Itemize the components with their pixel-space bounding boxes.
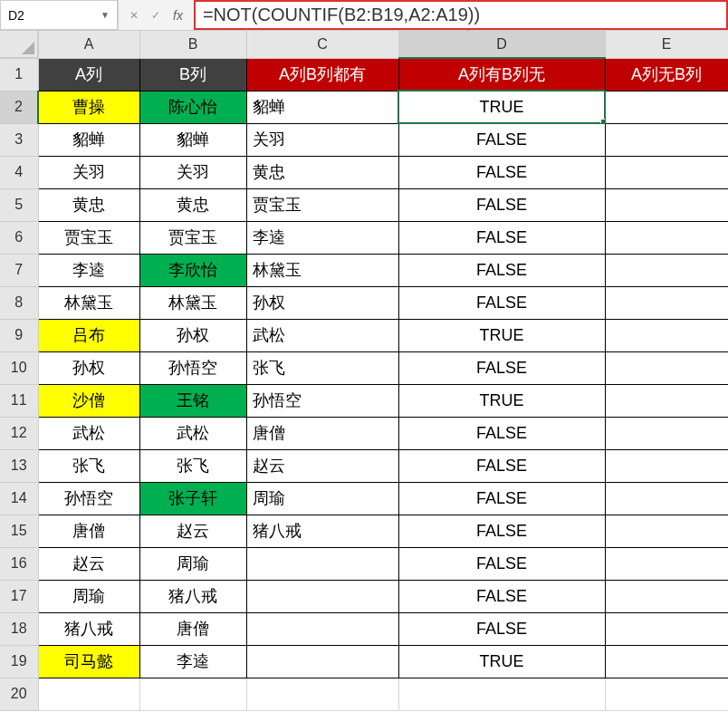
cell-D12[interactable]: FALSE bbox=[398, 417, 605, 449]
cell-C20[interactable] bbox=[246, 678, 398, 710]
cell-C16[interactable] bbox=[246, 547, 398, 580]
cell-D11[interactable]: TRUE bbox=[398, 384, 605, 417]
cell-B4[interactable]: 关羽 bbox=[139, 156, 246, 188]
cell-A8[interactable]: 林黛玉 bbox=[38, 286, 139, 319]
cell-C15[interactable]: 猪八戒 bbox=[246, 515, 398, 547]
cell-D6[interactable]: FALSE bbox=[398, 221, 605, 254]
row-header[interactable]: 5 bbox=[0, 188, 38, 221]
cell-E19[interactable] bbox=[605, 645, 728, 678]
cell-C1[interactable]: A列B列都有 bbox=[246, 58, 398, 91]
cell-A15[interactable]: 唐僧 bbox=[38, 515, 139, 547]
cell-A18[interactable]: 猪八戒 bbox=[38, 612, 139, 645]
cell-B17[interactable]: 猪八戒 bbox=[139, 580, 246, 612]
cell-C4[interactable]: 黄忠 bbox=[246, 156, 398, 188]
cell-E16[interactable] bbox=[605, 547, 728, 580]
cell-E15[interactable] bbox=[605, 515, 728, 547]
cell-B12[interactable]: 武松 bbox=[139, 417, 246, 449]
cell-A9[interactable]: 吕布 bbox=[38, 319, 139, 351]
cell-E9[interactable] bbox=[605, 319, 728, 351]
cell-B15[interactable]: 赵云 bbox=[139, 515, 246, 547]
cell-A17[interactable]: 周瑜 bbox=[38, 580, 139, 612]
enter-icon[interactable]: ✓ bbox=[151, 9, 160, 22]
select-all-corner[interactable] bbox=[0, 31, 38, 58]
row-header[interactable]: 16 bbox=[0, 547, 38, 580]
cell-A3[interactable]: 貂蝉 bbox=[38, 123, 139, 156]
cell-B20[interactable] bbox=[139, 678, 246, 710]
name-box[interactable]: D2 ▼ bbox=[0, 0, 118, 30]
cell-D7[interactable]: FALSE bbox=[398, 254, 605, 286]
cell-D10[interactable]: FALSE bbox=[398, 351, 605, 384]
row-header[interactable]: 9 bbox=[0, 319, 38, 351]
cell-E7[interactable] bbox=[605, 254, 728, 286]
cell-E17[interactable] bbox=[605, 580, 728, 612]
col-header-C[interactable]: C bbox=[246, 31, 398, 58]
cell-C13[interactable]: 赵云 bbox=[246, 449, 398, 482]
cell-E20[interactable] bbox=[605, 678, 728, 710]
cell-D19[interactable]: TRUE bbox=[398, 645, 605, 678]
row-header[interactable]: 4 bbox=[0, 156, 38, 188]
col-header-E[interactable]: E bbox=[605, 31, 728, 58]
row-header[interactable]: 15 bbox=[0, 515, 38, 547]
cell-E5[interactable] bbox=[605, 188, 728, 221]
row-header[interactable]: 12 bbox=[0, 417, 38, 449]
cell-B10[interactable]: 孙悟空 bbox=[139, 351, 246, 384]
cell-A6[interactable]: 贾宝玉 bbox=[38, 221, 139, 254]
cell-B9[interactable]: 孙权 bbox=[139, 319, 246, 351]
cell-B13[interactable]: 张飞 bbox=[139, 449, 246, 482]
cell-D15[interactable]: FALSE bbox=[398, 515, 605, 547]
cell-B5[interactable]: 黄忠 bbox=[139, 188, 246, 221]
cell-A5[interactable]: 黄忠 bbox=[38, 188, 139, 221]
cell-D17[interactable]: FALSE bbox=[398, 580, 605, 612]
cell-D1[interactable]: A列有B列无 bbox=[398, 58, 605, 91]
cell-D2[interactable]: TRUE bbox=[398, 91, 605, 123]
row-header[interactable]: 18 bbox=[0, 612, 38, 645]
cell-A12[interactable]: 武松 bbox=[38, 417, 139, 449]
cell-E3[interactable] bbox=[605, 123, 728, 156]
row-header[interactable]: 2 bbox=[0, 91, 38, 123]
formula-input[interactable]: =NOT(COUNTIF(B2:B19,A2:A19)) bbox=[194, 0, 728, 30]
cell-B8[interactable]: 林黛玉 bbox=[139, 286, 246, 319]
cell-B2[interactable]: 陈心怡 bbox=[139, 91, 246, 123]
cell-E13[interactable] bbox=[605, 449, 728, 482]
cell-D20[interactable] bbox=[398, 678, 605, 710]
cell-E18[interactable] bbox=[605, 612, 728, 645]
cell-E10[interactable] bbox=[605, 351, 728, 384]
cell-A2[interactable]: 曹操 bbox=[38, 91, 139, 123]
cell-B6[interactable]: 贾宝玉 bbox=[139, 221, 246, 254]
row-header[interactable]: 17 bbox=[0, 580, 38, 612]
cancel-icon[interactable]: ✕ bbox=[129, 9, 139, 22]
cell-D16[interactable]: FALSE bbox=[398, 547, 605, 580]
cell-D5[interactable]: FALSE bbox=[398, 188, 605, 221]
row-header[interactable]: 19 bbox=[0, 645, 38, 678]
col-header-D[interactable]: D bbox=[398, 31, 605, 58]
cell-D18[interactable]: FALSE bbox=[398, 612, 605, 645]
cell-A16[interactable]: 赵云 bbox=[38, 547, 139, 580]
cell-C17[interactable] bbox=[246, 580, 398, 612]
row-header[interactable]: 6 bbox=[0, 221, 38, 254]
cell-C9[interactable]: 武松 bbox=[246, 319, 398, 351]
col-header-B[interactable]: B bbox=[139, 31, 246, 58]
row-header[interactable]: 3 bbox=[0, 123, 38, 156]
cell-E4[interactable] bbox=[605, 156, 728, 188]
cell-A4[interactable]: 关羽 bbox=[38, 156, 139, 188]
cell-B14[interactable]: 张子轩 bbox=[139, 482, 246, 515]
cell-A20[interactable] bbox=[38, 678, 139, 710]
cell-E12[interactable] bbox=[605, 417, 728, 449]
cell-C19[interactable] bbox=[246, 645, 398, 678]
cell-C3[interactable]: 关羽 bbox=[246, 123, 398, 156]
cell-A7[interactable]: 李逵 bbox=[38, 254, 139, 286]
cell-A10[interactable]: 孙权 bbox=[38, 351, 139, 384]
cell-A13[interactable]: 张飞 bbox=[38, 449, 139, 482]
row-header[interactable]: 8 bbox=[0, 286, 38, 319]
cell-E11[interactable] bbox=[605, 384, 728, 417]
cell-B1[interactable]: B列 bbox=[139, 58, 246, 91]
cell-A14[interactable]: 孙悟空 bbox=[38, 482, 139, 515]
cell-E8[interactable] bbox=[605, 286, 728, 319]
cell-D8[interactable]: FALSE bbox=[398, 286, 605, 319]
cell-D9[interactable]: TRUE bbox=[398, 319, 605, 351]
cell-C7[interactable]: 林黛玉 bbox=[246, 254, 398, 286]
fx-icon[interactable]: fx bbox=[173, 8, 183, 23]
cell-C2[interactable]: 貂蝉 bbox=[246, 91, 398, 123]
cell-A11[interactable]: 沙僧 bbox=[38, 384, 139, 417]
cell-C18[interactable] bbox=[246, 612, 398, 645]
